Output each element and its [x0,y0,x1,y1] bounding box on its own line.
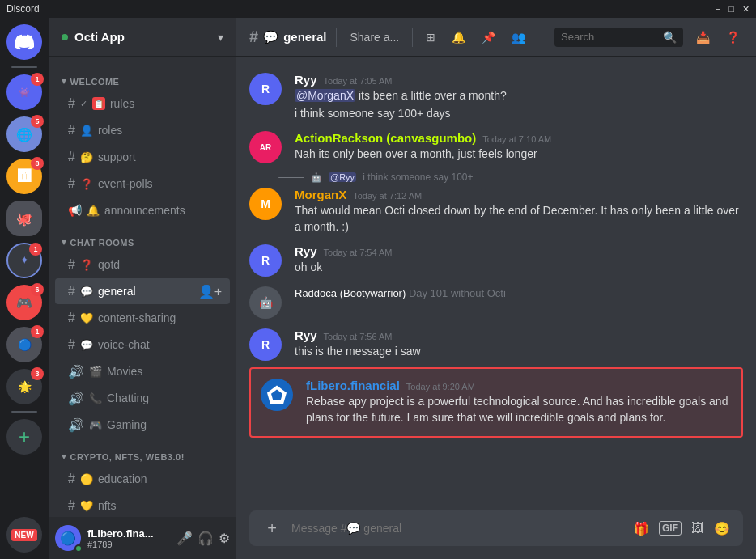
image-icon[interactable]: 🖼 [691,521,704,536]
user-controls[interactable]: 🎤 🎧 ⚙ [176,531,230,546]
gif-icon[interactable]: GIF [659,521,682,536]
category-crypto[interactable]: ▾ CRYPTO, NFTS, WEB3.0! [49,438,236,465]
search-box[interactable]: 🔍 [554,28,683,47]
server-icon-3[interactable]: 🅰 8 [6,159,42,194]
channels-list: ▾ WELCOME # ✓ 📋 rules # 👤 roles # 🤔 supp… [49,57,236,517]
roles-emoji: 👤 [80,125,93,137]
server-separator-2 [11,411,37,413]
mute-icon[interactable]: 🎤 [176,531,193,546]
support-emoji: 🤔 [80,151,93,163]
message-text: Raddoca (Bootywarrior) Day 101 without O… [295,286,743,301]
server-icon-2[interactable]: 🌐 5 [6,116,42,152]
channel-education-name: education [98,472,223,485]
reply-indicator: 🤖 @Ryy i think someone say 100+ [236,170,756,184]
nfts-emoji: 💛 [80,500,93,512]
voicechat-emoji: 💬 [80,339,93,351]
reply-emoji: 🤖 [311,172,322,183]
message-group-system: 🤖 Raddoca (Bootywarrior) Day 101 without… [236,283,756,322]
message-header: Ryy Today at 7:05 AM [295,73,743,87]
speaker-icon: 🔊 [68,391,84,406]
message-input[interactable] [291,522,623,535]
hash-icon: # [68,337,75,352]
share-button[interactable]: Share a... [346,28,402,47]
discover-server[interactable]: NEW [6,517,42,553]
message-header: Ryy Today at 7:56 AM [295,328,743,342]
channel-qotd-name: qotd [98,258,223,271]
channel-nfts[interactable]: # 💛 nfts [55,493,230,517]
speaker-icon: 📢 [68,204,82,217]
notifications-icon[interactable]: 🔔 [448,28,469,47]
channel-movies[interactable]: 🔊 🎬 Movies [55,358,230,384]
close-button[interactable]: ✕ [742,4,750,15]
members-icon[interactable]: 👥 [508,28,529,47]
user-status-indicator [74,544,83,553]
avatar: 🔵 [55,525,81,551]
server-icon-8[interactable]: 🌟 3 [6,369,42,404]
message-timestamp: Today at 7:54 AM [324,248,393,257]
channel-general[interactable]: # 💬 general 👤+ [55,278,230,304]
server-icon-6[interactable]: 🎮 6 [6,285,42,320]
hash-icon: # [68,150,75,164]
channel-chatting[interactable]: 🔊 📞 Chatting [55,385,230,411]
window-controls[interactable]: − □ ✕ [716,4,750,15]
speaker-icon: 🔊 [68,417,84,433]
system-user: Raddoca (Bootywarrior) [295,287,406,299]
pin-icon[interactable]: 📌 [478,28,499,47]
server-icon-5[interactable]: ✦ 1 [6,243,42,278]
settings-icon[interactable]: ⚙ [219,531,230,546]
server-icon-7[interactable]: 🔵 1 [6,327,42,362]
gift-icon[interactable]: 🎁 [633,521,649,536]
message-group: R Ryy Today at 7:56 AM this is the messa… [236,325,756,364]
threads-icon[interactable]: ⊞ [423,28,439,47]
channel-rules[interactable]: # ✓ 📋 rules [55,91,230,116]
channel-nfts-name: nfts [98,499,223,512]
maximize-button[interactable]: □ [728,4,734,15]
message-author: Ryy [295,244,317,258]
channel-announcements[interactable]: 📢 🔔 announcements [55,197,230,223]
hash-icon: # [68,96,75,111]
search-input[interactable] [561,31,658,43]
chevron-icon: ▾ [62,451,67,462]
message-header: ActionRackson (canvasgumbo) Today at 7:1… [295,131,743,145]
server-icon-new[interactable]: NEW [6,517,42,553]
add-member-icon[interactable]: 👤+ [197,282,223,301]
deafen-icon[interactable]: 🎧 [197,531,214,546]
inbox-icon[interactable]: 📥 [693,28,713,47]
channel-support[interactable]: # 🤔 support [55,144,230,170]
username: fLibero.fina... [87,527,170,540]
server-icon-1[interactable]: 👾 1 [6,74,42,110]
help-icon[interactable]: ❓ [723,28,743,47]
server-icon-discord-home[interactable] [6,24,42,60]
channel-roles[interactable]: # 👤 roles [55,117,230,143]
channel-announcements-name: announcements [104,204,223,217]
message-content: Raddoca (Bootywarrior) Day 101 without O… [295,286,743,319]
category-welcome[interactable]: ▾ WELCOME [49,63,236,90]
server-header[interactable]: Octi App ▾ [49,18,236,57]
message-input-area: + 🎁 GIF 🖼 😊 [236,510,756,559]
messages-area: R Ryy Today at 7:05 AM @MorganX its been… [236,57,756,510]
message-group-highlighted: fLibero.financial Today at 9:20 AM Rebas… [249,367,743,437]
server-icon-octi-app[interactable]: 🐙 [6,201,42,236]
add-attachment-button[interactable]: + [262,519,282,538]
channel-emoji: 💬 [263,30,278,44]
channel-voice-chat[interactable]: # 💬 voice-chat [55,332,230,358]
category-chat-rooms[interactable]: ▾ CHAT ROOMS [49,224,236,251]
channel-sidebar: Octi App ▾ ▾ WELCOME # ✓ 📋 rules # 👤 rol… [49,18,236,559]
channel-event-polls[interactable]: # ❓ event-polls [55,171,230,197]
channel-qotd[interactable]: # ❓ qotd [55,252,230,277]
channel-education[interactable]: # 🟡 education [55,466,230,492]
message-text: this is the message i saw [295,344,743,360]
minimize-button[interactable]: − [716,4,720,15]
message-header: Ryy Today at 7:54 AM [295,244,743,258]
avatar: M [249,188,282,220]
emoji-icon[interactable]: 😊 [714,521,730,536]
chevron-icon: ▾ [62,76,67,87]
channel-gaming[interactable]: 🔊 🎮 Gaming [55,412,230,438]
titlebar: Discord − □ ✕ [0,0,756,18]
channel-content-sharing[interactable]: # 💛 content-sharing [55,305,230,331]
mention: @MorganX [295,89,355,102]
message-content: Ryy Today at 7:05 AM @MorganX its been a… [295,73,743,121]
add-server-button[interactable]: + [6,419,42,455]
message-header: MorganX Today at 7:12 AM [295,188,743,201]
message-group: M MorganX Today at 7:12 AM That would me… [236,184,756,238]
